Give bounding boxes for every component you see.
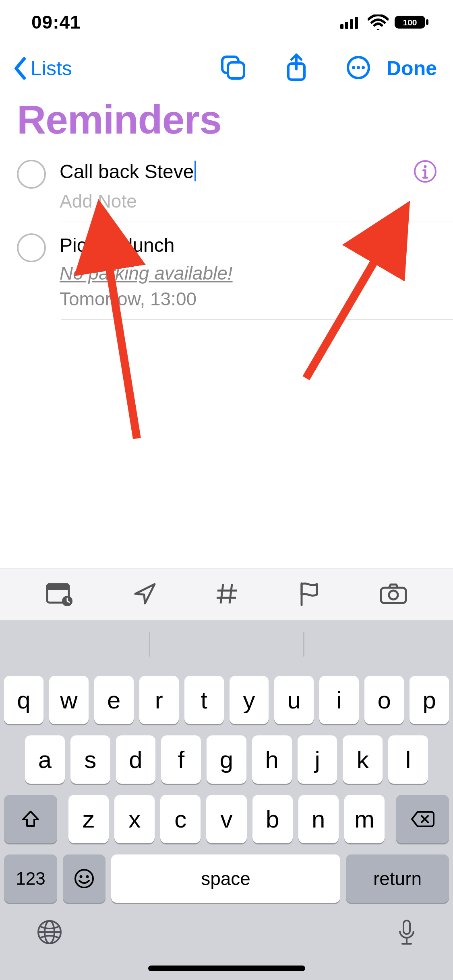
svg-rect-18 [422, 169, 426, 171]
svg-rect-2 [350, 19, 353, 29]
reminders-list: Call back Steve Add Note Pick up lunch N… [0, 148, 453, 320]
svg-rect-8 [228, 62, 244, 78]
text-cursor [194, 161, 196, 181]
key-i[interactable]: i [319, 676, 359, 724]
key-g[interactable]: g [207, 735, 246, 784]
status-bar: 09:41 100 [0, 0, 453, 44]
info-icon-button[interactable] [414, 160, 437, 185]
share-icon-button[interactable] [285, 53, 308, 84]
emoji-key[interactable] [63, 854, 105, 903]
cellular-icon [340, 15, 362, 29]
svg-rect-0 [340, 24, 343, 29]
key-k[interactable]: k [343, 735, 383, 784]
reminder-row[interactable]: Call back Steve Add Note [17, 148, 453, 222]
key-l[interactable]: l [388, 735, 428, 784]
svg-rect-19 [422, 177, 428, 179]
svg-line-26 [221, 584, 223, 603]
home-indicator[interactable] [148, 966, 305, 971]
add-note-placeholder[interactable]: Add Note [60, 190, 406, 212]
key-x[interactable]: x [114, 795, 155, 843]
space-key[interactable]: space [111, 854, 340, 903]
hashtag-icon-button[interactable] [216, 582, 238, 607]
done-button[interactable]: Done [387, 57, 437, 80]
key-h[interactable]: h [252, 735, 292, 784]
camera-icon-button[interactable] [379, 583, 407, 606]
return-key[interactable]: return [346, 854, 449, 903]
svg-text:100: 100 [403, 18, 417, 27]
nav-actions [220, 53, 370, 84]
key-e[interactable]: e [94, 676, 134, 724]
chevron-left-icon [12, 56, 28, 80]
complete-toggle[interactable] [17, 233, 46, 262]
key-u[interactable]: u [274, 676, 314, 724]
reminder-row[interactable]: Pick up lunch No parking available! Tomo… [17, 222, 453, 319]
key-y[interactable]: y [230, 676, 269, 724]
delete-key[interactable] [396, 795, 449, 843]
key-s[interactable]: s [70, 735, 110, 784]
svg-line-27 [230, 584, 232, 603]
svg-point-36 [80, 875, 83, 878]
dictation-key[interactable] [397, 919, 417, 950]
key-j[interactable]: j [298, 735, 337, 784]
svg-point-16 [424, 165, 427, 168]
back-button[interactable]: Lists [12, 56, 72, 80]
svg-point-35 [75, 870, 93, 887]
svg-point-14 [362, 66, 365, 69]
page-title: Reminders [0, 93, 453, 148]
keyboard-suggestions [0, 620, 453, 669]
key-q[interactable]: q [4, 676, 43, 724]
svg-point-12 [352, 66, 355, 69]
back-label: Lists [31, 57, 72, 80]
svg-rect-1 [345, 22, 348, 29]
key-o[interactable]: o [364, 676, 404, 724]
location-icon-button[interactable] [133, 582, 157, 607]
numbers-key[interactable]: 123 [4, 854, 57, 903]
key-n[interactable]: n [298, 795, 339, 843]
row-divider [61, 319, 453, 320]
keyboard[interactable]: qwertyuiop asdfghjkl zxcvbnm 123 space r… [0, 620, 453, 980]
window-icon-button[interactable] [220, 54, 246, 82]
svg-rect-3 [355, 17, 358, 29]
key-r[interactable]: r [139, 676, 179, 724]
key-f[interactable]: f [161, 735, 201, 784]
battery-icon: 100 [394, 14, 429, 30]
key-b[interactable]: b [252, 795, 293, 843]
navigation-bar: Lists Done [0, 44, 453, 93]
svg-rect-5 [426, 19, 428, 25]
complete-toggle[interactable] [17, 160, 46, 189]
svg-rect-23 [47, 584, 69, 590]
reminder-note[interactable]: No parking available! [60, 262, 406, 284]
shift-key[interactable] [4, 795, 57, 843]
key-v[interactable]: v [206, 795, 246, 843]
calendar-icon-button[interactable] [46, 582, 74, 607]
globe-key[interactable] [36, 919, 63, 947]
more-icon-button[interactable] [346, 56, 370, 81]
key-p[interactable]: p [410, 676, 449, 724]
svg-rect-41 [403, 920, 410, 934]
wifi-icon [368, 14, 389, 30]
flag-icon-button[interactable] [298, 581, 320, 608]
reminder-due: Tomorrow, 13:00 [60, 288, 406, 310]
key-t[interactable]: t [184, 676, 224, 724]
svg-marker-25 [135, 584, 155, 603]
status-indicators: 100 [340, 14, 429, 30]
key-z[interactable]: z [68, 795, 109, 843]
svg-point-32 [389, 591, 398, 599]
svg-point-37 [86, 875, 89, 878]
status-time: 09:41 [31, 11, 81, 33]
key-w[interactable]: w [49, 676, 89, 724]
reminder-title-input[interactable]: Call back Steve [60, 160, 406, 184]
key-a[interactable]: a [25, 735, 65, 784]
svg-point-13 [357, 66, 360, 69]
keyboard-accessory-bar [0, 568, 453, 620]
reminder-title[interactable]: Pick up lunch [60, 233, 406, 257]
key-m[interactable]: m [344, 795, 385, 843]
key-d[interactable]: d [116, 735, 156, 784]
keyboard-area: qwertyuiop asdfghjkl zxcvbnm 123 space r… [0, 568, 453, 980]
key-c[interactable]: c [160, 795, 201, 843]
